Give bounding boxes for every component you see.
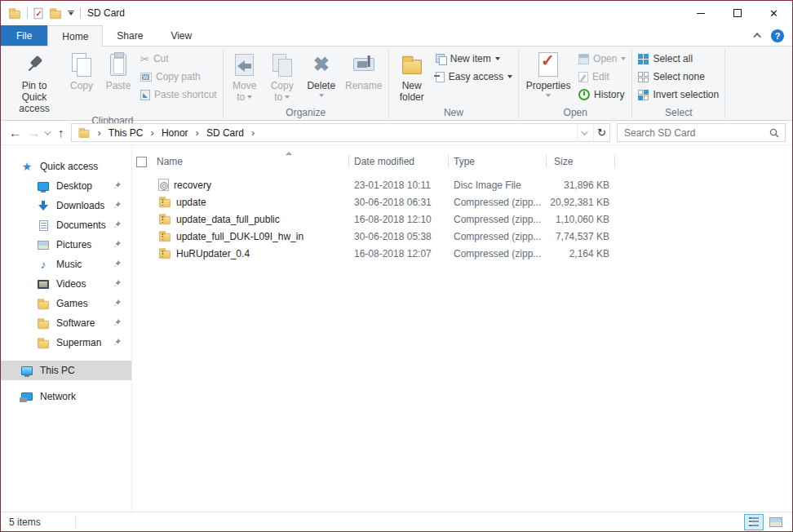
sidebar-item-software[interactable]: Software (1, 313, 131, 333)
collapse-ribbon-icon[interactable] (753, 33, 761, 41)
file-date: 30-06-2018 05:38 (349, 231, 449, 242)
button-label: Paste (106, 80, 131, 91)
button-label: to (274, 91, 282, 103)
sidebar-item-pictures[interactable]: Pictures (1, 235, 131, 255)
select-all-button[interactable]: Select all (635, 51, 722, 66)
breadcrumb[interactable]: › This PC › Honor › SD Card › ↻ (71, 123, 611, 142)
file-date: 30-06-2018 06:31 (349, 197, 449, 208)
tab-home[interactable]: Home (47, 25, 103, 47)
crumb-separator: › (194, 126, 201, 139)
breadcrumb-sd-card[interactable]: SD Card (201, 127, 250, 139)
pin-icon[interactable] (113, 240, 122, 251)
column-header-name[interactable]: Name (132, 152, 349, 171)
up-button[interactable]: ↑ (58, 126, 64, 139)
sidebar-item-superman[interactable]: Superman (1, 333, 131, 352)
select-none-icon (638, 72, 649, 82)
sidebar-item-music[interactable]: ♪ Music (1, 255, 131, 274)
sidebar-item-downloads[interactable]: Downloads (1, 196, 131, 215)
new-folder-button[interactable]: New folder (392, 47, 432, 103)
tab-view[interactable]: View (157, 25, 206, 46)
close-button[interactable]: ✕ (755, 1, 792, 25)
column-header-date-modified[interactable]: Date modified (349, 152, 449, 171)
sidebar-item-this-pc[interactable]: This PC (1, 361, 131, 380)
button-label: Copy path (156, 71, 201, 82)
pin-icon[interactable] (113, 279, 122, 290)
sidebar-item-label: Music (56, 259, 82, 270)
back-button[interactable]: ← (9, 126, 21, 139)
select-none-button[interactable]: Select none (635, 69, 722, 84)
sidebar-item-label: Superman (56, 337, 101, 348)
move-to-button[interactable]: Move to (226, 47, 264, 103)
ribbon-group-clipboard: Pin to Quick access Copy Paste ✂ Cut (2, 47, 223, 120)
sidebar-item-label: Downloads (56, 200, 104, 211)
details-view-button[interactable] (744, 514, 764, 530)
table-row[interactable]: recovery 23-01-2018 10:11 Disc Image Fil… (132, 176, 792, 193)
delete-button[interactable]: ✖ Delete (301, 47, 342, 100)
address-dropdown-button[interactable] (577, 124, 593, 141)
new-item-button[interactable]: New item (432, 51, 516, 66)
select-all-icon (638, 54, 649, 64)
open-button[interactable]: Open (575, 51, 629, 66)
table-row[interactable]: update_full_DUK-L09I_hw_in 30-06-2018 05… (132, 228, 792, 245)
minimize-icon (697, 13, 705, 14)
properties-button[interactable]: Properties (521, 47, 575, 100)
edit-icon (578, 72, 588, 82)
close-icon: ✕ (769, 7, 778, 20)
thumbnails-view-button[interactable] (766, 514, 786, 530)
pin-icon[interactable] (113, 181, 122, 193)
paste-button[interactable]: Paste (100, 47, 137, 91)
pin-icon[interactable] (113, 299, 122, 310)
recent-locations-icon[interactable] (44, 128, 51, 135)
sidebar-item-network[interactable]: Network (1, 387, 131, 406)
copy-path-button[interactable]: Copy path (137, 69, 220, 84)
new-folder-qat-icon[interactable] (50, 10, 61, 18)
button-label: to (237, 91, 245, 103)
search-input[interactable] (618, 127, 769, 139)
pin-to-quick-access-button[interactable]: Pin to Quick access (5, 47, 64, 114)
minimize-button[interactable] (682, 1, 719, 25)
pin-icon[interactable] (113, 338, 122, 349)
breadcrumb-this-pc[interactable]: This PC (103, 127, 149, 139)
copy-to-button[interactable]: Copy to (264, 47, 301, 103)
paste-shortcut-button[interactable]: Paste shortcut (137, 87, 220, 102)
history-button[interactable]: History (575, 87, 629, 102)
sidebar-item-documents[interactable]: Documents (1, 215, 131, 235)
pin-icon[interactable] (113, 220, 122, 232)
sidebar-item-games[interactable]: Games (1, 294, 131, 313)
forward-button[interactable]: → (28, 126, 40, 139)
new-item-icon (436, 54, 446, 64)
help-icon[interactable]: ? (771, 29, 784, 42)
sidebar-item-quick-access[interactable]: ★ Quick access (1, 157, 131, 176)
edit-button[interactable]: Edit (575, 69, 629, 84)
cut-button[interactable]: ✂ Cut (137, 51, 220, 66)
pin-icon[interactable] (113, 259, 122, 271)
tab-share[interactable]: Share (103, 25, 157, 46)
table-row[interactable]: update_data_full_public 16-08-2018 12:10… (132, 211, 792, 228)
column-label: Size (554, 156, 573, 167)
table-row[interactable]: HuRUpdater_0.4 16-08-2018 12:07 Compress… (132, 245, 792, 262)
select-all-checkbox[interactable] (136, 157, 147, 167)
copy-button[interactable]: Copy (64, 47, 100, 91)
sidebar-item-label: This PC (40, 365, 75, 376)
copy-path-icon (140, 73, 152, 82)
pin-icon (25, 55, 43, 73)
pin-icon[interactable] (113, 201, 122, 212)
pin-icon[interactable] (113, 318, 122, 330)
properties-qat-icon[interactable] (34, 7, 43, 19)
sidebar-item-videos[interactable]: Videos (1, 274, 131, 294)
column-header-type[interactable]: Type (449, 152, 547, 171)
sidebar-item-desktop[interactable]: Desktop (1, 176, 131, 196)
tab-file[interactable]: File (1, 25, 47, 46)
search-icon[interactable] (769, 128, 779, 138)
invert-selection-button[interactable]: Invert selection (635, 87, 722, 102)
table-row[interactable]: update 30-06-2018 06:31 Compressed (zipp… (132, 193, 792, 211)
button-label: Invert selection (653, 89, 719, 100)
breadcrumb-honor[interactable]: Honor (156, 127, 194, 139)
maximize-button[interactable] (719, 1, 755, 25)
rename-button[interactable]: Rename (342, 47, 386, 91)
folder-icon (38, 320, 49, 328)
customize-qat-icon[interactable] (68, 11, 74, 16)
column-header-size[interactable]: Size (547, 152, 615, 171)
refresh-button[interactable]: ↻ (593, 124, 609, 141)
easy-access-button[interactable]: Easy access (432, 69, 516, 84)
